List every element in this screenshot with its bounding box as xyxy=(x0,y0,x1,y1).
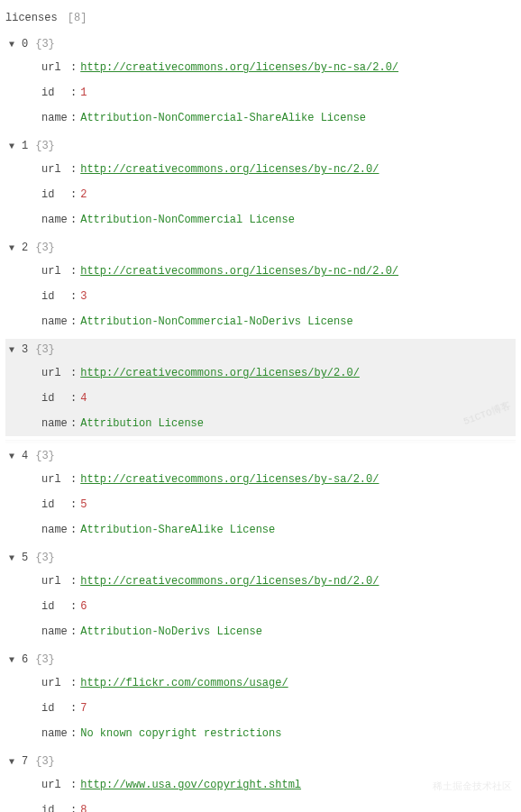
name-key: name xyxy=(41,522,70,538)
name-line: name: Attribution-NoDerivs License xyxy=(5,619,516,644)
item-prop-count: {3} xyxy=(35,36,55,52)
url-key: url xyxy=(41,263,70,279)
name-key: name xyxy=(41,314,70,330)
id-key: id xyxy=(41,598,70,615)
tree-root: licenses [8] xyxy=(5,7,516,29)
colon: : xyxy=(70,110,77,126)
colon: : xyxy=(70,497,77,513)
array-item-1: ▼1{3}url: http://creativecommons.org/lic… xyxy=(5,135,516,233)
url-value[interactable]: http://creativecommons.org/licenses/by-n… xyxy=(80,59,398,76)
url-value[interactable]: http://creativecommons.org/licenses/by-n… xyxy=(80,161,379,178)
id-line: id: 7 xyxy=(5,696,516,721)
url-key: url xyxy=(41,365,70,381)
name-key: name xyxy=(41,110,70,126)
root-count: [8] xyxy=(68,12,87,24)
item-prop-count: {3} xyxy=(35,240,55,256)
item-index: 4 xyxy=(22,448,28,464)
id-key: id xyxy=(41,187,70,203)
url-key: url xyxy=(41,777,70,793)
url-line: url: http://creativecommons.org/licenses… xyxy=(5,55,516,80)
url-line: url: http://flickr.com/commons/usage/ xyxy=(5,671,516,696)
collapse-toggle-icon[interactable]: ▼ xyxy=(9,242,14,255)
id-value: 5 xyxy=(80,497,87,513)
url-value[interactable]: http://creativecommons.org/licenses/by-s… xyxy=(80,471,379,488)
url-value[interactable]: http://creativecommons.org/licenses/by-n… xyxy=(80,573,379,589)
url-line: url: http://creativecommons.org/licenses… xyxy=(5,569,516,594)
array-item-0: ▼0{3}url: http://creativecommons.org/lic… xyxy=(5,33,516,131)
colon: : xyxy=(70,59,77,76)
name-line: name: Attribution-ShareAlike License xyxy=(5,517,516,543)
item-header[interactable]: ▼3{3} xyxy=(5,339,516,360)
id-value: 1 xyxy=(80,85,87,101)
colon: : xyxy=(70,390,77,406)
item-prop-count: {3} xyxy=(35,342,55,358)
url-line: url: http://creativecommons.org/licenses… xyxy=(5,467,516,492)
name-line: name: Attribution-NonCommercial License xyxy=(5,207,516,233)
id-line: id: 3 xyxy=(5,284,516,309)
collapse-toggle-icon[interactable]: ▼ xyxy=(9,343,14,357)
id-line: id: 8 xyxy=(5,798,516,812)
item-header[interactable]: ▼0{3} xyxy=(5,33,516,55)
item-prop-count: {3} xyxy=(35,652,55,668)
url-line: url: http://creativecommons.org/licenses… xyxy=(5,259,516,284)
item-prop-count: {3} xyxy=(35,138,55,154)
id-key: id xyxy=(41,700,70,716)
item-index: 6 xyxy=(22,652,28,668)
url-key: url xyxy=(41,573,70,589)
item-index: 0 xyxy=(22,36,28,52)
colon: : xyxy=(70,725,77,742)
url-value[interactable]: http://creativecommons.org/licenses/by/2… xyxy=(80,365,360,381)
name-line: name: Attribution-NonCommercial-NoDerivs… xyxy=(5,309,516,334)
id-key: id xyxy=(41,390,70,406)
colon: : xyxy=(70,573,77,589)
collapse-toggle-icon[interactable]: ▼ xyxy=(9,653,14,667)
id-line: id: 6 xyxy=(5,594,516,619)
colon: : xyxy=(70,263,77,279)
id-key: id xyxy=(41,497,70,513)
collapse-toggle-icon[interactable]: ▼ xyxy=(9,755,14,769)
name-key: name xyxy=(41,415,70,432)
url-value[interactable]: http://www.usa.gov/copyright.shtml xyxy=(80,777,301,793)
item-header[interactable]: ▼7{3} xyxy=(5,751,516,772)
item-index: 7 xyxy=(22,753,28,770)
colon: : xyxy=(70,187,77,203)
name-key: name xyxy=(41,212,70,228)
item-header[interactable]: ▼2{3} xyxy=(5,237,516,259)
collapse-toggle-icon[interactable]: ▼ xyxy=(9,552,14,565)
colon: : xyxy=(70,85,77,101)
name-key: name xyxy=(41,725,70,742)
array-item-6: ▼6{3}url: http://flickr.com/commons/usag… xyxy=(5,649,516,746)
url-line: url: http://creativecommons.org/licenses… xyxy=(5,157,516,182)
name-value: Attribution-ShareAlike License xyxy=(80,522,275,538)
item-header[interactable]: ▼4{3} xyxy=(5,445,516,467)
name-line: name: Attribution License xyxy=(5,411,516,436)
url-key: url xyxy=(41,59,70,76)
array-item-7: ▼7{3}url: http://www.usa.gov/copyright.s… xyxy=(5,751,516,812)
collapse-toggle-icon[interactable]: ▼ xyxy=(9,38,14,51)
item-prop-count: {3} xyxy=(35,753,55,770)
url-key: url xyxy=(41,161,70,178)
id-line: id: 1 xyxy=(5,80,516,105)
colon: : xyxy=(70,777,77,793)
url-key: url xyxy=(41,471,70,488)
colon: : xyxy=(70,161,77,178)
colon: : xyxy=(70,365,77,381)
root-key: licenses xyxy=(5,12,58,24)
url-value[interactable]: http://creativecommons.org/licenses/by-n… xyxy=(80,263,398,279)
name-line: name: No known copyright restrictions xyxy=(5,721,516,746)
id-value: 7 xyxy=(80,700,87,716)
collapse-toggle-icon[interactable]: ▼ xyxy=(9,140,14,153)
colon: : xyxy=(70,700,77,716)
array-item-5: ▼5{3}url: http://creativecommons.org/lic… xyxy=(5,547,516,644)
item-header[interactable]: ▼5{3} xyxy=(5,547,516,569)
id-value: 4 xyxy=(80,390,87,406)
item-header[interactable]: ▼6{3} xyxy=(5,649,516,671)
item-header[interactable]: ▼1{3} xyxy=(5,135,516,157)
collapse-toggle-icon[interactable]: ▼ xyxy=(9,450,14,463)
section-divider xyxy=(5,440,516,441)
colon: : xyxy=(70,288,77,305)
colon: : xyxy=(70,522,77,538)
colon: : xyxy=(70,675,77,691)
url-value[interactable]: http://flickr.com/commons/usage/ xyxy=(80,675,288,691)
item-index: 2 xyxy=(22,240,28,256)
